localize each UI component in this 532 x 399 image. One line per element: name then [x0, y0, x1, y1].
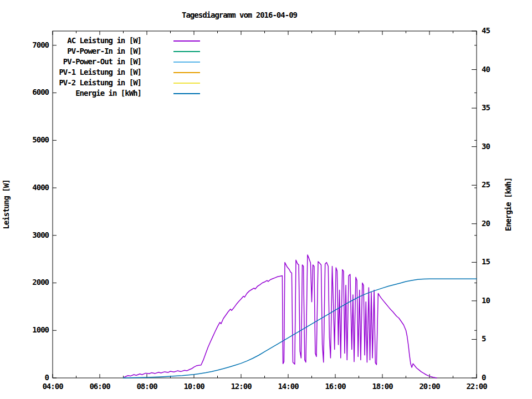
y2-axis-tick-label: 15: [482, 257, 490, 266]
y2-axis-tick-label: 10: [482, 296, 490, 305]
x-axis-tick-label: 04:00: [42, 382, 63, 391]
y-axis-label: Leistung [W]: [2, 180, 11, 229]
x-axis-tick-label: 18:00: [372, 382, 393, 391]
x-axis-tick-label: 22:00: [466, 382, 487, 391]
x-axis-tick-label: 08:00: [136, 382, 157, 391]
series-ac-leistung-in-w-: [125, 255, 437, 378]
y2-axis-tick-label: 20: [482, 219, 490, 228]
legend-label: Energie in [kWh]: [75, 89, 141, 98]
y2-axis-tick-label: 40: [482, 65, 490, 74]
pv-daily-chart: Tagesdiagramm vom 2016-04-09 Leistung [W…: [0, 0, 532, 399]
y-axis-tick-label: 7000: [32, 40, 49, 49]
y2-axis-label: Energie [kWh]: [504, 178, 513, 232]
plot-area: 04:0006:0008:0010:0012:0014:0016:0018:00…: [32, 26, 490, 391]
y2-axis-tick-label: 25: [482, 180, 490, 189]
x-axis-tick-label: 16:00: [325, 382, 346, 391]
legend-label: PV-Power-In in [W]: [67, 47, 141, 55]
tagesdiagramm-page: Tagesdiagramm vom 2016-04-09 Leistung [W…: [0, 0, 532, 399]
legend-label: PV-2 Leistung in [W]: [59, 78, 141, 87]
y-axis-tick-label: 6000: [32, 88, 49, 96]
x-axis-tick-label: 12:00: [231, 382, 252, 391]
x-axis-tick-label: 06:00: [89, 382, 110, 391]
legend-label: AC Leistung in [W]: [67, 36, 141, 45]
x-axis-tick-label: 10:00: [183, 382, 204, 391]
y2-axis-tick-label: 45: [482, 26, 490, 35]
y-axis-tick-label: 2000: [32, 278, 49, 287]
y2-axis-tick-label: 0: [482, 373, 486, 382]
legend-label: PV-1 Leistung in [W]: [59, 68, 141, 76]
chart-title: Tagesdiagramm vom 2016-04-09: [182, 11, 298, 19]
y-axis-tick-label: 4000: [32, 183, 49, 192]
y2-axis-tick-label: 35: [482, 103, 490, 112]
y2-axis-tick-label: 5: [482, 334, 486, 343]
y2-axis-tick-label: 30: [482, 142, 490, 151]
x-axis-tick-label: 20:00: [419, 382, 440, 391]
y-axis-tick-label: 0: [45, 373, 49, 382]
legend-label: PV-Power-Out in [W]: [63, 57, 141, 66]
x-axis-tick-label: 14:00: [278, 382, 299, 391]
y-axis-tick-label: 3000: [32, 231, 49, 239]
y-axis-tick-label: 1000: [32, 325, 49, 334]
y-axis-tick-label: 5000: [32, 135, 49, 144]
